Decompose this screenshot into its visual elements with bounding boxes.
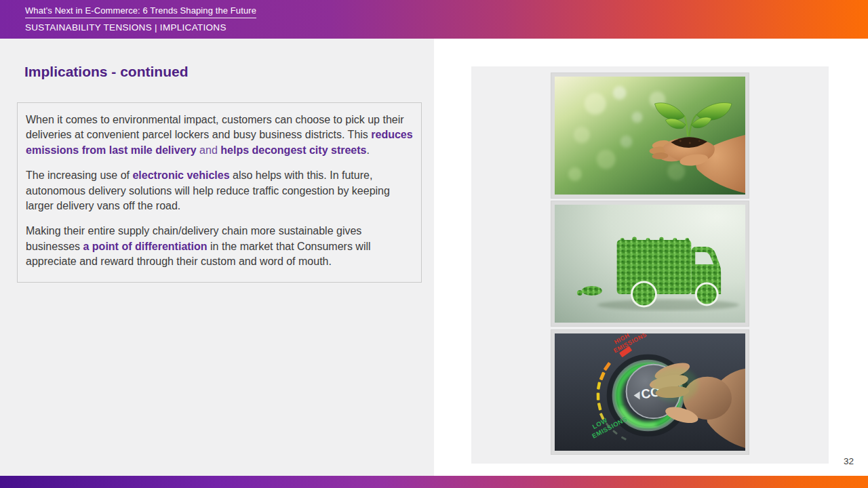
text-segment: electronic vehicles bbox=[132, 169, 229, 181]
header-bar: What's Next in E-Commerce: 6 Trends Shap… bbox=[0, 0, 868, 39]
paragraph: Making their entire supply chain/deliver… bbox=[26, 224, 413, 269]
text-segment: The increasing use of bbox=[26, 169, 132, 181]
photo-seedling-frame bbox=[551, 73, 749, 199]
text-segment: helps decongest city streets bbox=[220, 144, 366, 156]
footer-bar bbox=[0, 476, 868, 488]
truck-wheel bbox=[632, 282, 656, 306]
page-number: 32 bbox=[844, 456, 854, 466]
seedling-photo bbox=[555, 77, 745, 195]
deck-title-link[interactable]: What's Next in E-Commerce: 6 Trends Shap… bbox=[25, 5, 256, 18]
leaf-exhaust bbox=[582, 286, 602, 296]
text-segment: and bbox=[197, 144, 221, 156]
co2-dial-photo: CO₂ HIGH EMISSIONS LOW EMISSIONS bbox=[555, 333, 745, 451]
truck-shadow bbox=[597, 300, 739, 310]
body-text-box: When it comes to environmental impact, c… bbox=[17, 102, 422, 283]
slide: What's Next in E-Commerce: 6 Trends Shap… bbox=[0, 0, 868, 488]
section-label: SUSTAINABILITY TENSIONS | IMPLICATIONS bbox=[25, 22, 226, 33]
truck-wheel bbox=[696, 283, 717, 305]
paragraph: The increasing use of electronic vehicle… bbox=[26, 168, 413, 214]
photo-leaf-truck-frame bbox=[551, 201, 749, 327]
leaf-truck-photo bbox=[555, 205, 745, 323]
text-segment: . bbox=[366, 144, 369, 156]
text-segment: When it comes to environmental impact, c… bbox=[26, 114, 404, 140]
paragraph: When it comes to environmental impact, c… bbox=[26, 113, 413, 158]
page-title: Implications - continued bbox=[24, 64, 189, 80]
text-segment: a point of differentiation bbox=[83, 241, 208, 252]
photo-co2-dial-frame: CO₂ HIGH EMISSIONS LOW EMISSIONS bbox=[551, 329, 749, 455]
